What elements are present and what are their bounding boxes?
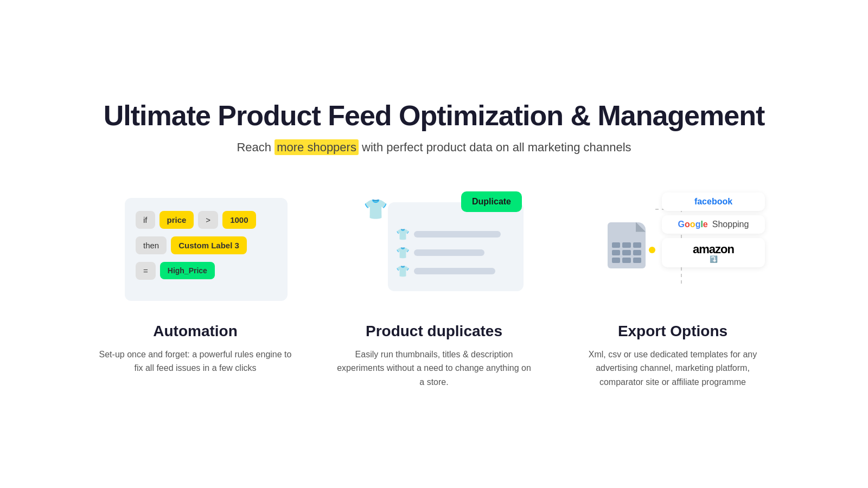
- duplicates-title: Product duplicates: [366, 323, 502, 340]
- file-corner: [636, 222, 646, 232]
- cell-4: [612, 250, 620, 255]
- automation-desc: Set-up once and forget: a powerful rules…: [98, 348, 293, 375]
- duplicate-button[interactable]: Duplicate: [461, 191, 522, 212]
- dup-row-2: 👕: [396, 246, 518, 259]
- cell-1: [612, 242, 620, 248]
- duplicates-visual: Duplicate 👕 👕 👕 👕: [342, 187, 526, 306]
- google-label: Google: [678, 220, 708, 229]
- cell-9: [633, 258, 641, 263]
- dup-row-3: 👕: [396, 265, 518, 278]
- main-shirt-icon: 👕: [363, 198, 388, 221]
- automation-visual: if price > 1000 then Custom Label 3 = Hi…: [103, 187, 288, 306]
- action-tag: Custom Label 3: [171, 236, 247, 254]
- rule-row-1: if price > 1000: [136, 211, 277, 229]
- subtitle-before: Reach: [237, 140, 275, 154]
- eq-tag: =: [136, 262, 156, 280]
- main-title: Ultimate Product Feed Optimization & Man…: [104, 99, 764, 132]
- shirt-2: 👕: [396, 246, 410, 259]
- cell-2: [622, 242, 630, 248]
- file-grid: [612, 242, 641, 263]
- google-shopping-card: Google Shopping: [662, 215, 765, 234]
- export-title: Export Options: [618, 323, 727, 340]
- rule-row-2: then Custom Label 3: [136, 236, 277, 254]
- value-tag: 1000: [222, 211, 256, 229]
- if-tag: if: [136, 211, 155, 229]
- export-desc: Xml, csv or use dedicated templates for …: [575, 348, 770, 389]
- export-panel: facebook Google Shopping amazon ⤵️: [580, 187, 765, 306]
- feature-automation: if price > 1000 then Custom Label 3 = Hi…: [98, 187, 293, 375]
- subtitle-after: with perfect product data on all marketi…: [359, 140, 631, 154]
- facebook-label: facebook: [694, 197, 732, 206]
- then-tag: then: [136, 236, 167, 254]
- duplicates-panel: Duplicate 👕 👕 👕 👕: [342, 187, 526, 306]
- connector-dot: [649, 247, 655, 253]
- automation-panel: if price > 1000 then Custom Label 3 = Hi…: [125, 198, 288, 301]
- op-tag: >: [198, 211, 218, 229]
- amazon-label: amazon: [693, 242, 734, 256]
- header: Ultimate Product Feed Optimization & Man…: [104, 99, 764, 155]
- file-body: [608, 222, 646, 268]
- amazon-smile: ⤵️: [673, 255, 754, 263]
- shopping-label: Shopping: [712, 220, 749, 229]
- duplicates-desc: Easily run thumbnails, titles & descript…: [336, 348, 532, 389]
- cell-7: [612, 258, 620, 263]
- facebook-card: facebook: [662, 192, 765, 211]
- feature-export: facebook Google Shopping amazon ⤵️ Expor…: [575, 187, 770, 389]
- rule-row-3: = High_Price: [136, 262, 277, 280]
- shirt-3: 👕: [396, 265, 410, 278]
- channel-list: facebook Google Shopping amazon ⤵️: [662, 192, 765, 267]
- dup-row-1: 👕: [396, 228, 518, 241]
- price-tag: price: [159, 211, 194, 229]
- automation-title: Automation: [153, 323, 238, 340]
- bar-2: [414, 249, 484, 256]
- cell-6: [633, 250, 641, 255]
- cell-5: [622, 250, 630, 255]
- subtitle: Reach more shoppers with perfect product…: [104, 140, 764, 155]
- file-icon: [608, 222, 651, 271]
- bar-3: [414, 268, 495, 274]
- export-visual: facebook Google Shopping amazon ⤵️: [580, 187, 765, 306]
- subtitle-highlight: more shoppers: [275, 139, 359, 155]
- result-tag: High_Price: [160, 262, 215, 279]
- cell-3: [633, 242, 641, 248]
- bar-1: [414, 231, 501, 237]
- cell-8: [622, 258, 630, 263]
- amazon-card: amazon ⤵️: [662, 238, 765, 267]
- feature-duplicates: Duplicate 👕 👕 👕 👕: [336, 187, 532, 389]
- features-section: if price > 1000 then Custom Label 3 = Hi…: [98, 187, 770, 389]
- shirt-1: 👕: [396, 228, 410, 241]
- dup-rows: 👕 👕 👕: [396, 228, 518, 283]
